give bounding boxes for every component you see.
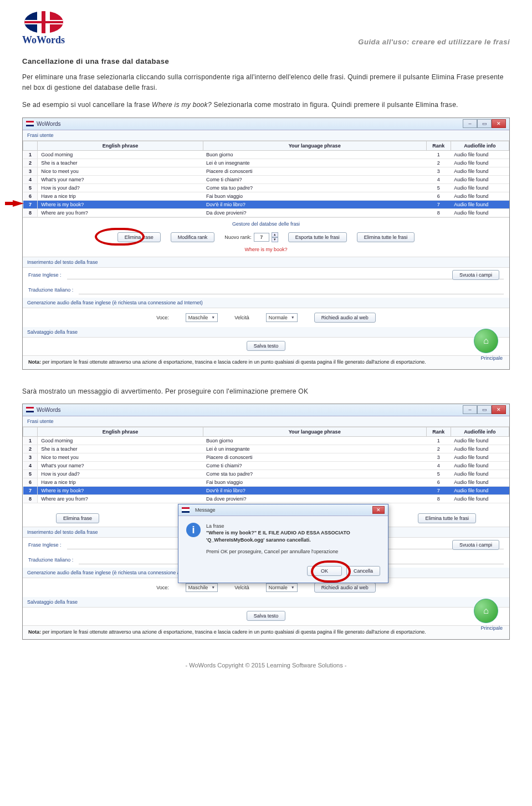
- gestore-label: Gestore del databse delle frasi: [23, 217, 509, 229]
- app-flag-icon: [182, 507, 190, 513]
- voce-select[interactable]: Maschile▼: [186, 313, 218, 322]
- dialog-title: Message: [195, 507, 216, 513]
- col-your-lang: Your language phrase: [203, 427, 426, 436]
- table-row[interactable]: 5How is your dad?Come sta tuo padre?5Aud…: [23, 470, 509, 478]
- phrases-table[interactable]: English phrase Your language phrase Rank…: [23, 427, 509, 503]
- paragraph-3: Sarà mostrato un messaggio di avvertimen…: [22, 386, 510, 397]
- richiedi-audio-button[interactable]: Richiedi audio al web: [314, 313, 376, 323]
- velocita-label: Velcità: [234, 315, 249, 320]
- logo: WoWords: [22, 11, 65, 46]
- uk-flag-icon: [24, 11, 63, 33]
- page-header: WoWords Guida all'uso: creare ed utilizz…: [22, 11, 510, 46]
- nota: Nota: per importare le frasi ottenute at…: [23, 355, 509, 369]
- frase-inglese-input[interactable]: [67, 271, 504, 279]
- chevron-down-icon: ▼: [211, 315, 215, 319]
- salva-testo-button[interactable]: Salva testo: [247, 341, 286, 351]
- voce-select[interactable]: Maschile▼: [186, 583, 218, 592]
- nuovo-rank-input[interactable]: [254, 233, 269, 242]
- nota: Nota: per importare le frasi ottenute at…: [23, 625, 509, 639]
- table-row[interactable]: 3Nice to meet youPiacere di conoscerti3A…: [23, 453, 509, 461]
- label-traduzione: Traduzione Italiano :: [28, 287, 73, 293]
- panel-insert: Inserimento del testo della frase: [23, 257, 509, 268]
- principale-button[interactable]: ⌂: [474, 599, 498, 623]
- label-traduzione: Traduzione Italiano :: [28, 557, 73, 563]
- close-button[interactable]: ✕: [492, 119, 506, 128]
- table-row[interactable]: 3Nice to meet youPiacere di conoscerti3A…: [23, 167, 509, 175]
- elimina-frase-button[interactable]: Elimina frase: [117, 232, 161, 242]
- logo-text: WoWords: [22, 34, 65, 46]
- table-row[interactable]: 5How is your dad?Come sta tuo padre?5Aud…: [23, 183, 509, 192]
- gen-audio-row: Voce: Maschile▼ Velcità Normale▼ Richied…: [23, 308, 509, 327]
- phrases-table[interactable]: English phrase Your language phrase Rank…: [23, 141, 509, 217]
- velocita-select[interactable]: Normale▼: [266, 313, 298, 322]
- current-phrase: Where is my book?: [23, 247, 509, 257]
- doc-title: Guida all'uso: creare ed utilizzare le f…: [358, 38, 510, 46]
- elimina-frase-button[interactable]: Elimina frase: [56, 513, 99, 523]
- nota-text: per importare le frasi ottenute attraver…: [41, 629, 426, 635]
- voce-label: Voce:: [156, 315, 169, 320]
- table-row[interactable]: 1Good morningBuon giorno1Audio file foun…: [23, 436, 509, 445]
- table-row[interactable]: 8Where are you from?Da dove provieni?8Au…: [23, 494, 509, 503]
- minimize-button[interactable]: –: [463, 119, 477, 128]
- window-titlebar: WoWords – ▭ ✕: [23, 118, 509, 130]
- table-row[interactable]: 6Have a nice tripFai buon viaggio6Audio …: [23, 478, 509, 486]
- elimina-tutte-button[interactable]: Elimina tutte le frasi: [357, 232, 415, 242]
- rank-stepper[interactable]: ▲▼: [272, 232, 278, 242]
- esporta-button[interactable]: Esporta tutte le frasi: [288, 232, 347, 242]
- elimina-tutte-button[interactable]: Elimina tutte le frasi: [418, 513, 476, 523]
- chevron-down-icon: ▼: [291, 315, 295, 319]
- principale-button[interactable]: ⌂: [474, 329, 498, 353]
- table-row-selected[interactable]: 7Where is my book?Dov'è il mio libro?7Au…: [23, 200, 509, 208]
- panel-save: Salvataggio della frase: [23, 327, 509, 338]
- p2-phrase: Where is my book?: [152, 101, 212, 109]
- dialog-close-button[interactable]: ✕: [372, 506, 385, 514]
- p2-part-c: Selezionarla come mostrato in figura. Qu…: [212, 101, 458, 109]
- table-row[interactable]: 1Good morningBuon giorno1Audio file foun…: [23, 150, 509, 159]
- ok-button[interactable]: OK: [307, 566, 342, 576]
- svuota-campi-button[interactable]: Svuota i campi: [452, 270, 499, 280]
- principale-label: Principale: [480, 625, 503, 631]
- chevron-down-icon: ▼: [211, 585, 215, 589]
- table-row-selected[interactable]: 7Where is my book?Dov'è il mio libro?7Au…: [23, 486, 509, 494]
- dialog-text: La frase "Where is my book?" E IL FILE A…: [206, 523, 350, 555]
- label-frase-inglese: Frase Inglese :: [28, 272, 62, 278]
- app-flag-icon: [26, 407, 34, 412]
- paragraph-1: Per eliminare una frase selezionarla cli…: [22, 72, 510, 93]
- col-rank: Rank: [426, 141, 451, 150]
- velocita-label: Velcità: [234, 585, 249, 590]
- col-audio: Audiofile info: [451, 141, 509, 150]
- close-button[interactable]: ✕: [492, 405, 506, 414]
- label-frase-inglese: Frase Inglese :: [28, 542, 62, 548]
- nuovo-rank-label: Nuovo rank:: [224, 234, 252, 240]
- col-your-lang: Your language phrase: [203, 141, 426, 150]
- table-row[interactable]: 2She is a teacherLei è un insegnante2Aud…: [23, 445, 509, 453]
- maximize-button[interactable]: ▭: [477, 119, 492, 128]
- cancella-button[interactable]: Cancella: [346, 566, 380, 576]
- velocita-select[interactable]: Normale▼: [266, 583, 298, 592]
- table-row[interactable]: 6Have a nice tripFai buon viaggio6Audio …: [23, 192, 509, 200]
- window-title: WoWords: [37, 407, 463, 413]
- table-row[interactable]: 4What's your name?Come ti chiami?4Audio …: [23, 175, 509, 183]
- table-row[interactable]: 4What's your name?Come ti chiami?4Audio …: [23, 461, 509, 470]
- nuovo-rank-control: Nuovo rank: ▲▼: [224, 232, 278, 242]
- col-english: English phrase: [38, 141, 203, 150]
- dialog-titlebar: Message ✕: [178, 504, 388, 516]
- db-toolbar: Elimina frase Modifica rank Nuovo rank: …: [23, 229, 509, 247]
- modifica-rank-button[interactable]: Modifica rank: [171, 232, 215, 242]
- nota-bold: Nota:: [28, 359, 41, 365]
- screenshot-2: WoWords – ▭ ✕ Frasi utente English phras…: [22, 404, 510, 640]
- svuota-campi-button[interactable]: Svuota i campi: [452, 540, 499, 550]
- table-row[interactable]: 8Where are you from?Da dove provieni?8Au…: [23, 208, 509, 217]
- table-row[interactable]: 2She is a teacherLei è un insegnante2Aud…: [23, 159, 509, 167]
- minimize-button[interactable]: –: [463, 405, 477, 414]
- section-title: Cancellazione di una frase dal database: [22, 57, 510, 65]
- traduzione-input[interactable]: [79, 286, 504, 294]
- screenshot-1: WoWords – ▭ ✕ Frasi utente English phras…: [22, 118, 510, 370]
- maximize-button[interactable]: ▭: [477, 405, 492, 414]
- panel-user-phrases: Frasi utente: [23, 416, 509, 427]
- salva-testo-button[interactable]: Salva testo: [247, 611, 286, 621]
- richiedi-audio-button[interactable]: Richiedi audio al web: [314, 583, 376, 593]
- chevron-down-icon: ▼: [291, 585, 295, 589]
- col-english: English phrase: [38, 427, 203, 436]
- window-title: WoWords: [37, 121, 463, 127]
